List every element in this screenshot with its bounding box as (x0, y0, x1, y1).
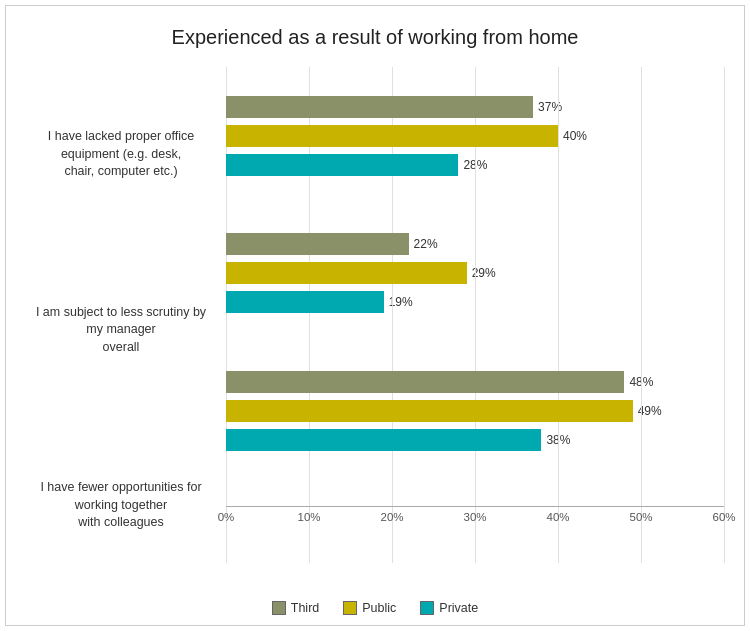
grid-line (641, 67, 642, 563)
chart-container: Experienced as a result of working from … (5, 5, 745, 626)
legend-item: Public (343, 601, 396, 615)
x-axis: 0%10%20%30%40%50%60% (226, 506, 724, 536)
bar-public (226, 400, 633, 422)
x-tick: 50% (629, 507, 652, 523)
bar-third (226, 371, 624, 393)
bar-private (226, 429, 541, 451)
bar-private (226, 154, 458, 176)
legend-label: Public (362, 601, 396, 615)
chart-plot: 37%40%28%22%29%19%48%49%38%0%10%20%30%40… (226, 67, 724, 593)
y-label: I have fewer opportunities for working t… (26, 479, 216, 532)
x-tick: 20% (380, 507, 403, 523)
chart-body: I have lacked proper office equipment (e… (26, 67, 724, 593)
bar-row: 48% (226, 369, 724, 395)
legend-item: Private (420, 601, 478, 615)
legend-color-box (272, 601, 286, 615)
bar-third (226, 96, 533, 118)
x-tick: 10% (297, 507, 320, 523)
bar-public (226, 262, 467, 284)
bar-public (226, 125, 558, 147)
bar-third (226, 233, 409, 255)
bar-row: 37% (226, 94, 724, 120)
legend: ThirdPublicPrivate (26, 593, 724, 615)
y-label: I have lacked proper office equipment (e… (26, 128, 216, 181)
bar-row: 40% (226, 123, 724, 149)
x-tick: 60% (712, 507, 735, 523)
legend-label: Private (439, 601, 478, 615)
bar-row: 38% (226, 427, 724, 453)
x-tick: 30% (463, 507, 486, 523)
legend-label: Third (291, 601, 319, 615)
legend-item: Third (272, 601, 319, 615)
bar-value-label: 40% (563, 129, 587, 143)
legend-color-box (343, 601, 357, 615)
bar-value-label: 22% (414, 237, 438, 251)
bar-row: 49% (226, 398, 724, 424)
bar-private (226, 291, 384, 313)
grid-line (558, 67, 559, 563)
chart-title: Experienced as a result of working from … (26, 26, 724, 49)
x-tick: 0% (218, 507, 235, 523)
x-tick: 40% (546, 507, 569, 523)
y-label: I am subject to less scrutiny by my mana… (26, 304, 216, 357)
y-labels: I have lacked proper office equipment (e… (26, 67, 226, 593)
bar-group: 48%49%38% (226, 369, 724, 453)
grid-line (724, 67, 725, 563)
legend-color-box (420, 601, 434, 615)
